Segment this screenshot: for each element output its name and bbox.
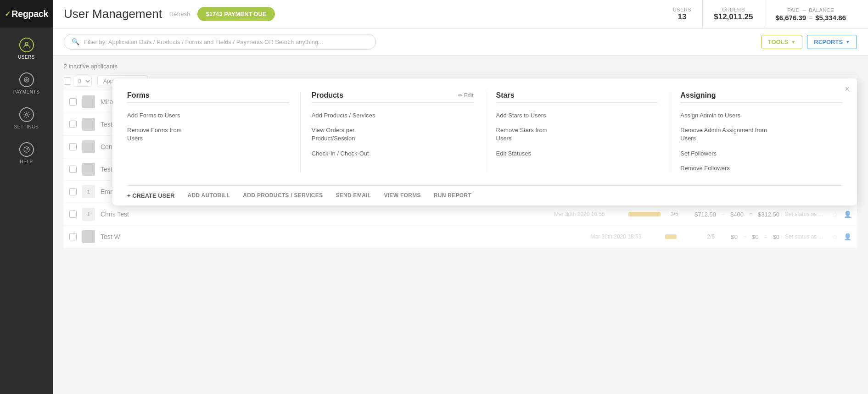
remove-stars-item[interactable]: Remove Stars fromUsers <box>496 126 658 143</box>
reports-dropdown-arrow: ▼ <box>846 39 850 44</box>
edit-pencil-icon: ✏ <box>458 92 463 99</box>
content-area: 2 inactive applicants 0 Application D <box>53 55 868 394</box>
dropdown-columns: Forms Add Forms to Users Remove Forms fr… <box>127 91 842 172</box>
paid-stat: PAID − BALANCE $6,676.39 = $5,334.86 <box>764 0 857 28</box>
sidebar-item-help[interactable]: ? HELP <box>0 136 53 171</box>
balance-stat-label: BALANCE <box>809 7 834 13</box>
orders-stat-value: $12,011.25 <box>714 12 753 22</box>
run-report-button[interactable]: RUN REPORT <box>434 192 471 199</box>
refresh-button[interactable]: Refresh <box>169 11 190 17</box>
stars-column: Stars Add Stars to Users Remove Stars fr… <box>485 91 669 172</box>
assigning-column: Assigning Assign Admin to Users Remove A… <box>669 91 842 172</box>
users-stat: USERS 13 <box>662 0 702 28</box>
stars-title: Stars <box>496 91 515 100</box>
paid-stat-value: $6,676.39 <box>775 14 806 22</box>
edit-statuses-item[interactable]: Edit Statuses <box>496 150 658 158</box>
reports-button[interactable]: REPORTS ▼ <box>807 35 857 49</box>
close-button[interactable]: × <box>845 85 850 93</box>
forms-items: Add Forms to Users Remove Forms fromUser… <box>127 111 289 143</box>
balance-stat-value: $5,334.86 <box>815 14 846 22</box>
remove-admin-item[interactable]: Remove Admin Assignment fromUsers <box>680 126 842 143</box>
svg-text:?: ? <box>25 147 28 152</box>
sidebar: ✓ Regpack USERS <box>0 0 53 394</box>
header-stats: USERS 13 ORDERS $12,011.25 PAID − BALANC… <box>662 0 857 28</box>
search-bar[interactable]: 🔍 Filter by: Application Data / Products… <box>64 34 376 50</box>
send-email-button[interactable]: SEND EMAIL <box>336 192 371 199</box>
set-followers-item[interactable]: Set Followers <box>680 150 842 158</box>
add-forms-item[interactable]: Add Forms to Users <box>127 111 289 120</box>
forms-title: Forms <box>127 91 150 100</box>
remove-forms-item[interactable]: Remove Forms fromUsers <box>127 126 289 143</box>
products-items: Add Products / Services View Orders perP… <box>312 111 474 158</box>
sidebar-item-label: PAYMENTS <box>13 89 40 94</box>
search-icon: 🔍 <box>72 38 79 45</box>
orders-stat: ORDERS $12,011.25 <box>702 0 764 28</box>
actions-bar: + CREATE USER ADD AUTOBILL ADD PRODUCTS … <box>127 185 842 205</box>
logo-text: Regpack <box>11 9 48 19</box>
checkin-item[interactable]: Check-In / Check-Out <box>312 150 474 158</box>
add-stars-item[interactable]: Add Stars to Users <box>496 111 658 120</box>
forms-column: Forms Add Forms to Users Remove Forms fr… <box>127 91 300 172</box>
sidebar-item-payments[interactable]: PAYMENTS <box>0 66 53 101</box>
tools-button[interactable]: TOOLS ▼ <box>761 35 802 49</box>
sidebar-nav: USERS PAYMENTS <box>0 31 53 171</box>
users-stat-label: USERS <box>673 7 691 12</box>
header-action-buttons: TOOLS ▼ REPORTS ▼ <box>761 35 857 49</box>
payments-icon <box>19 72 34 87</box>
settings-icon <box>19 107 34 122</box>
remove-followers-item[interactable]: Remove Followers <box>680 164 842 172</box>
stars-items: Add Stars to Users Remove Stars fromUser… <box>496 111 658 158</box>
products-column: Products ✏ Edit Add Products / Services … <box>300 91 485 172</box>
tools-dropdown-arrow: ▼ <box>791 39 795 44</box>
svg-point-2 <box>25 114 28 116</box>
logo-check-icon: ✓ <box>5 10 11 18</box>
products-header: Products ✏ Edit <box>312 91 474 103</box>
main-content: User Management Refresh $1743 PAYMENT DU… <box>53 0 868 394</box>
products-edit-link[interactable]: ✏ Edit <box>458 92 474 99</box>
assign-admin-item[interactable]: Assign Admin to Users <box>680 111 842 120</box>
view-forms-button[interactable]: VIEW FORMS <box>384 192 420 199</box>
assigning-items: Assign Admin to Users Remove Admin Assig… <box>680 111 842 172</box>
sidebar-item-label: SETTINGS <box>14 124 39 129</box>
page-header: User Management Refresh $1743 PAYMENT DU… <box>53 0 868 28</box>
assigning-header: Assigning <box>680 91 842 103</box>
sidebar-item-label: USERS <box>18 55 35 60</box>
tools-dropdown-panel: × Forms Add Forms to Users Remove Forms … <box>112 78 857 205</box>
assigning-title: Assigning <box>680 91 716 100</box>
stars-header: Stars <box>496 91 658 103</box>
add-products-button[interactable]: ADD PRODUCTS / SERVICES <box>243 192 323 199</box>
search-placeholder: Filter by: Application Data / Products /… <box>84 39 323 45</box>
products-title: Products <box>312 91 343 100</box>
sidebar-item-settings[interactable]: SETTINGS <box>0 101 53 136</box>
add-products-item[interactable]: Add Products / Services <box>312 111 474 120</box>
help-icon: ? <box>19 142 34 157</box>
inactive-label: 2 inactive applicants <box>64 63 857 70</box>
users-stat-value: 13 <box>678 12 687 22</box>
orders-stat-label: ORDERS <box>722 7 745 12</box>
paid-stat-label: PAID <box>787 7 800 13</box>
create-user-button[interactable]: + CREATE USER <box>127 192 174 199</box>
sidebar-item-users[interactable]: USERS <box>0 31 53 66</box>
payment-due-button[interactable]: $1743 PAYMENT DUE <box>197 7 274 21</box>
page-title: User Management <box>64 7 162 21</box>
search-bar-area: 🔍 Filter by: Application Data / Products… <box>53 28 868 55</box>
sidebar-item-label: HELP <box>20 159 33 164</box>
forms-header: Forms <box>127 91 289 103</box>
users-icon <box>19 38 34 52</box>
sidebar-logo: ✓ Regpack <box>0 0 53 28</box>
add-autobill-button[interactable]: ADD AUTOBILL <box>187 192 230 199</box>
svg-point-0 <box>25 42 28 45</box>
view-orders-item[interactable]: View Orders perProduct/Session <box>312 126 474 143</box>
